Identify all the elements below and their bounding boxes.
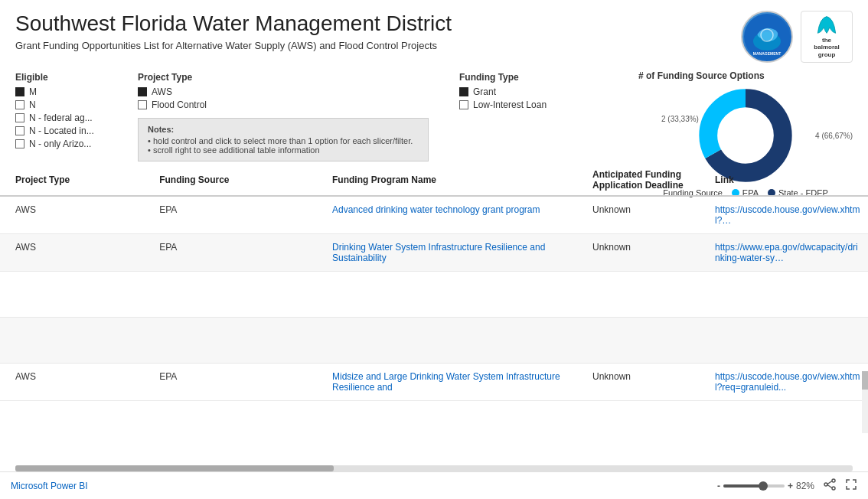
cell-deadline-1: Unknown <box>577 234 700 272</box>
zoom-slider[interactable] <box>723 484 785 488</box>
eligible-checkbox-0[interactable] <box>15 87 24 96</box>
table-row: AWS EPA Drinking Water System Infrastruc… <box>0 234 868 272</box>
notes-list: hold control and click to select more th… <box>148 136 419 155</box>
eligible-checkbox-1[interactable] <box>15 100 24 109</box>
eligible-checkbox-2[interactable] <box>15 113 24 122</box>
eligible-filter-group: Eligible M N N - federal ag... N - Locat… <box>15 72 138 152</box>
funding-type-item-0[interactable]: Grant <box>459 86 566 97</box>
eligible-item-3[interactable]: N - Located in... <box>15 126 122 136</box>
eligible-item-1[interactable]: N <box>15 99 122 110</box>
svg-line-7 <box>827 481 832 484</box>
row-link-2[interactable]: https://uscode.house.gov/view.xhtml?req=… <box>715 371 860 393</box>
bottom-right: - + 82% <box>717 478 857 493</box>
table-row: AWS EPA Advanced drinking water technolo… <box>0 196 868 234</box>
header-logos: MANAGEMENT thebalmoralgroup <box>741 11 853 63</box>
balmoral-label: thebalmoralgroup <box>814 37 839 59</box>
cell-project-type-0: AWS <box>0 196 144 234</box>
cell-program-name-2: Midsize and Large Drinking Water System … <box>317 364 577 401</box>
project-type-item-1[interactable]: Flood Control <box>138 99 429 110</box>
cell-program-name-0: Advanced drinking water technology grant… <box>317 196 577 234</box>
col-link: Link <box>700 165 868 196</box>
main-container: Southwest Florida Water Management Distr… <box>0 0 868 499</box>
funding-type-label-1: Low-Interest Loan <box>473 99 547 110</box>
page-title: Southwest Florida Water Management Distr… <box>15 11 452 37</box>
funding-type-label-0: Grant <box>473 86 496 97</box>
project-type-item-0[interactable]: AWS <box>138 86 429 97</box>
notes-box: Notes: hold control and click to select … <box>138 118 429 161</box>
project-type-filter-title: Project Type <box>138 72 429 83</box>
cell-program-name-1: Drinking Water System Infrastructure Res… <box>317 234 577 272</box>
eligible-label-0: M <box>29 86 37 97</box>
cell-funding-source-1: EPA <box>144 234 317 272</box>
chart-title: # of Funding Source Options <box>638 70 853 81</box>
table-row-empty-2 <box>0 318 868 364</box>
note-item-1: scroll right to see additional table inf… <box>148 145 419 155</box>
eligible-item-4[interactable]: N - only Arizo... <box>15 139 122 149</box>
funding-type-filter-title: Funding Type <box>459 72 566 83</box>
cell-link-2: https://uscode.house.gov/view.xhtml?req=… <box>700 364 868 401</box>
zoom-plus-button[interactable]: + <box>788 481 793 491</box>
zoom-level: 82% <box>796 481 814 491</box>
cell-deadline-0: Unknown <box>577 196 700 234</box>
table-row-empty-1 <box>0 272 868 318</box>
cell-project-type-1: AWS <box>0 234 144 272</box>
balmoral-logo: thebalmoralgroup <box>801 11 853 63</box>
eligible-label-3: N - Located in... <box>29 126 94 136</box>
project-type-filter-group: Project Type AWS Flood Control Notes: ho… <box>138 72 444 161</box>
scrollbar-thumb[interactable] <box>862 371 868 390</box>
table-scroll[interactable]: Project Type Funding Source Funding Prog… <box>0 165 868 471</box>
cell-link-0: https://uscode.house.gov/view.xhtml?hl=f… <box>700 196 868 234</box>
share-icon[interactable] <box>824 478 836 493</box>
project-type-label-0: AWS <box>152 86 172 97</box>
funding-type-filter-group: Funding Type Grant Low-Interest Loan <box>459 72 582 113</box>
header: Southwest Florida Water Management Distr… <box>0 0 868 67</box>
svg-text:MANAGEMENT: MANAGEMENT <box>753 51 781 56</box>
zoom-thumb[interactable] <box>759 481 768 491</box>
hscroll-thumb[interactable] <box>15 465 334 471</box>
table-container: Project Type Funding Source Funding Prog… <box>0 165 868 471</box>
eligible-item-2[interactable]: N - federal ag... <box>15 113 122 123</box>
eligible-item-0[interactable]: M <box>15 86 122 97</box>
funding-type-checkbox-1[interactable] <box>459 100 468 109</box>
bottom-bar: Microsoft Power BI - + 82% <box>0 471 868 499</box>
cell-link-1: https://www.epa.gov/dwcapacity/drinking-… <box>700 234 868 272</box>
col-project-type: Project Type <box>0 165 144 196</box>
data-table: Project Type Funding Source Funding Prog… <box>0 165 868 401</box>
funding-type-checkbox-0[interactable] <box>459 87 468 96</box>
table-header-row: Project Type Funding Source Funding Prog… <box>0 165 868 196</box>
cell-project-type-2: AWS <box>0 364 144 401</box>
horizontal-scrollbar[interactable] <box>15 465 853 471</box>
project-type-checkbox-0[interactable] <box>138 87 147 96</box>
svg-point-6 <box>721 111 771 161</box>
vertical-scrollbar[interactable] <box>862 371 868 433</box>
eligible-checkbox-3[interactable] <box>15 126 24 135</box>
eligible-label-2: N - federal ag... <box>29 113 93 123</box>
fullscreen-icon[interactable] <box>845 478 857 493</box>
col-deadline: Anticipated FundingApplication Deadline <box>577 165 700 196</box>
program-name-link-1[interactable]: Drinking Water System Infrastructure Res… <box>332 242 545 263</box>
donut-label-left: 2 (33,33%) <box>661 115 699 123</box>
project-type-checkbox-1[interactable] <box>138 100 147 109</box>
table-row: AWS EPA Midsize and Large Drinking Water… <box>0 364 868 401</box>
cell-funding-source-0: EPA <box>144 196 317 234</box>
row-link-1[interactable]: https://www.epa.gov/dwcapacity/drinking-… <box>715 242 860 263</box>
cell-funding-source-2: EPA <box>144 364 317 401</box>
funding-type-item-1[interactable]: Low-Interest Loan <box>459 99 566 110</box>
col-program-name: Funding Program Name <box>317 165 577 196</box>
power-bi-link[interactable]: Microsoft Power BI <box>11 481 88 491</box>
project-type-label-1: Flood Control <box>152 99 207 110</box>
donut-label-right: 4 (66,67%) <box>815 132 853 140</box>
eligible-label-1: N <box>29 99 36 110</box>
svg-line-8 <box>827 485 832 488</box>
eligible-label-4: N - only Arizo... <box>29 139 91 149</box>
zoom-minus-button[interactable]: - <box>717 481 720 491</box>
zoom-control: - + 82% <box>717 481 814 491</box>
program-name-link-0[interactable]: Advanced drinking water technology grant… <box>332 204 540 215</box>
zoom-fill <box>723 484 760 488</box>
swfmd-logo: MANAGEMENT <box>741 11 793 63</box>
row-link-0[interactable]: https://uscode.house.gov/view.xhtml?hl=f… <box>715 204 860 226</box>
note-item-0: hold control and click to select more th… <box>148 136 419 145</box>
eligible-checkbox-4[interactable] <box>15 139 24 148</box>
program-name-link-2[interactable]: Midsize and Large Drinking Water System … <box>332 371 560 393</box>
header-text: Southwest Florida Water Management Distr… <box>15 11 452 51</box>
